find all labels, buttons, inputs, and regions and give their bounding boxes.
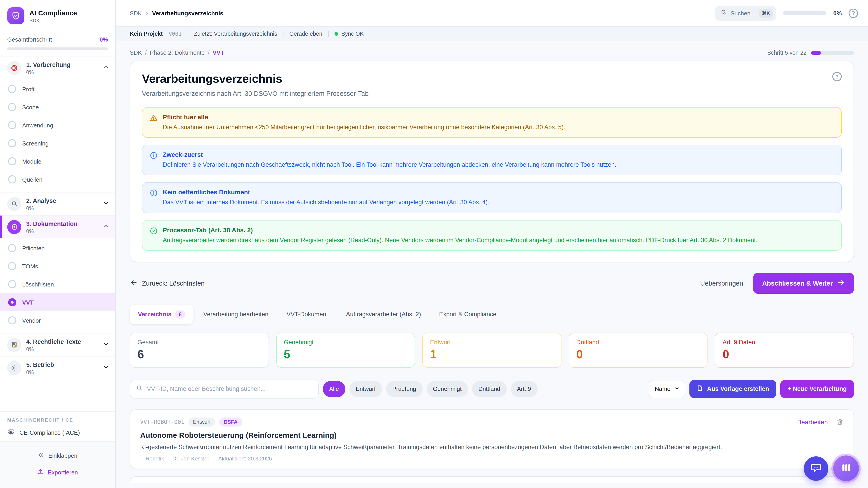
sidebar-section-dokumentation[interactable]: 3. Dokumentation 0% — [0, 215, 115, 238]
page-crumb-current: VVT — [213, 49, 224, 56]
page-crumb-root[interactable]: SDK — [130, 49, 142, 56]
sidebar-item-quellen[interactable]: Quellen — [0, 170, 115, 188]
shield-logo-icon — [7, 7, 24, 24]
sidebar-section-analyse[interactable]: 2. Analyse 0% — [0, 192, 115, 215]
sidebar-item-loeschfristen[interactable]: Löschfristen — [0, 275, 115, 293]
step-circle-icon — [8, 316, 16, 324]
sidebar-item-screening[interactable]: Screening — [0, 134, 115, 152]
step-circle-icon — [8, 121, 16, 129]
tab-auftragsverarbeiter[interactable]: Auftragsverarbeiter (Abs. 2) — [338, 305, 429, 324]
filter-entwurf[interactable]: Entwurf — [349, 381, 382, 397]
card-help-icon[interactable]: ? — [832, 72, 842, 81]
sidebar-item-vvt[interactable]: VVT — [0, 293, 115, 311]
statusbar: Kein Projekt V001 Zuletzt: Verarbeitungs… — [116, 27, 868, 41]
step-circle-icon — [8, 280, 16, 288]
sidebar: AI Compliance SDK Gesamtfortschritt 0% 1… — [0, 0, 116, 488]
edit-record-button[interactable]: Bearbeiten — [797, 418, 828, 426]
section-percent: 0% — [26, 229, 98, 234]
stat-genehmigt: Genehmigt 5 — [276, 332, 415, 368]
chat-fab-button[interactable] — [804, 456, 828, 481]
stat-cards: Gesamt 6 Genehmigt 5 Entwurf 1 Drittland… — [130, 332, 854, 368]
record-owner: Robotik — Dr. Jan Kessler — [146, 455, 209, 462]
filter-alle[interactable]: Alle — [323, 381, 345, 397]
sidebar-item-profil[interactable]: Profil — [0, 80, 115, 98]
create-from-template-button[interactable]: Aus Vorlage erstellen — [689, 380, 776, 398]
chevron-up-icon — [103, 64, 109, 72]
columns-icon — [840, 462, 852, 475]
warning-triangle-icon — [150, 114, 158, 131]
collapse-sidebar-button[interactable]: Einklappen — [0, 447, 115, 464]
topbar-progress-value: 0% — [833, 10, 842, 17]
global-search[interactable]: Suchen... ⌘K — [715, 6, 776, 21]
chevron-up-icon — [103, 223, 109, 231]
tab-count-badge: 6 — [175, 311, 185, 319]
app-subtitle: SDK — [29, 18, 77, 23]
back-button[interactable]: Zurueck: Löschfristen — [130, 279, 205, 288]
sidebar-section-betrieb[interactable]: 5. Betrieb 0% — [0, 356, 115, 379]
breadcrumb-root[interactable]: SDK — [130, 10, 142, 17]
clipboard-icon — [7, 220, 21, 234]
sidebar-item-module[interactable]: Module — [0, 152, 115, 170]
sidebar-item-pflichten[interactable]: Pflichten — [0, 239, 115, 257]
stat-gesamt: Gesamt 6 — [130, 332, 269, 368]
step-circle-icon — [8, 244, 16, 252]
record-id: VVT-ROBOT-001 — [140, 419, 184, 425]
filter-genehmigt[interactable]: Genehmigt — [427, 381, 468, 397]
double-chevron-left-icon — [38, 452, 44, 459]
target-icon — [7, 61, 21, 75]
chevron-down-icon — [675, 386, 680, 392]
step-circle-active-icon — [8, 298, 16, 306]
page-title: Verarbeitungsverzeichnis — [142, 72, 369, 86]
export-button[interactable]: Exportieren — [0, 464, 115, 481]
filter-drittland[interactable]: Drittland — [472, 381, 506, 397]
tab-verzeichnis[interactable]: Verzeichnis 6 — [130, 304, 193, 324]
record-updated: Aktualisiert: 20.3.2026 — [218, 455, 272, 462]
tab-verarbeitung-bearbeiten[interactable]: Verarbeitung bearbeiten — [195, 305, 276, 324]
step-circle-icon — [8, 103, 16, 111]
filter-pruefung[interactable]: Pruefung — [386, 381, 423, 397]
info-circle-icon — [150, 151, 158, 169]
project-status: Kein Projekt — [130, 31, 163, 37]
sidebar-section-rechtliche-texte[interactable]: 4. Rechtliche Texte 0% — [0, 333, 115, 356]
filter-art9[interactable]: Art. 9 — [510, 381, 537, 397]
step-circle-icon — [8, 139, 16, 147]
alert-list: Pflicht fuer alle Die Ausnahme fuer Unte… — [142, 107, 842, 251]
divider — [188, 31, 188, 37]
sidebar-item-scope[interactable]: Scope — [0, 98, 115, 116]
sidebar-item-anwendung[interactable]: Anwendung — [0, 116, 115, 134]
skip-button[interactable]: Ueberspringen — [700, 280, 743, 287]
delete-record-icon[interactable] — [836, 418, 844, 426]
stat-drittland: Drittland 0 — [569, 332, 708, 368]
tab-export-compliance[interactable]: Export & Compliance — [431, 305, 504, 324]
sidebar-item-vendor[interactable]: Vendor — [0, 311, 115, 329]
dsfa-badge: DSFA — [219, 418, 242, 427]
sort-select[interactable]: Name — [649, 380, 685, 398]
record-search-input[interactable] — [147, 386, 312, 392]
breadcrumb: SDK › Verarbeitungsverzeichnis — [130, 9, 223, 17]
step-circle-icon — [8, 175, 16, 184]
finish-next-button[interactable]: Abschliessen & Weiter — [753, 273, 854, 294]
page-crumb-phase[interactable]: Phase 2: Dokumente — [150, 49, 205, 56]
chevron-down-icon — [103, 364, 109, 372]
machine-law-section: MASCHINENRECHT / CE CE-Compliance (IACE) — [0, 411, 115, 442]
step-circle-icon — [8, 157, 16, 165]
last-step-label: Zuletzt: Verarbeitungsverzeichnis — [194, 31, 277, 37]
sidebar-section-vorbereitung[interactable]: 1. Vorbereitung 0% — [0, 57, 115, 79]
help-icon[interactable]: ? — [848, 8, 858, 18]
chevron-down-icon — [103, 200, 109, 208]
version-code: V001 — [168, 31, 182, 37]
step-counter: Schritt 5 von 22 — [767, 50, 807, 56]
new-record-button[interactable]: + Neue Verarbeitung — [780, 380, 854, 398]
sidebar-item-ce-compliance[interactable]: CE-Compliance (IACE) — [7, 428, 108, 437]
arrow-left-icon — [130, 279, 137, 288]
section-label: 3. Dokumentation — [26, 221, 78, 227]
section-percent: 0% — [26, 347, 98, 352]
tab-vvt-dokument[interactable]: VVT-Dokument — [278, 305, 336, 324]
stat-art9-daten: Art. 9 Daten 0 — [715, 332, 854, 368]
sync-status: Sync OK — [335, 31, 364, 37]
document-icon — [697, 385, 703, 393]
sidebar-item-toms[interactable]: TOMs — [0, 257, 115, 275]
alert-info: Kein oeffentliches Dokument Das VVT ist … — [142, 182, 842, 213]
app-brand: AI Compliance SDK — [0, 0, 115, 31]
columns-fab-button[interactable] — [833, 455, 859, 481]
